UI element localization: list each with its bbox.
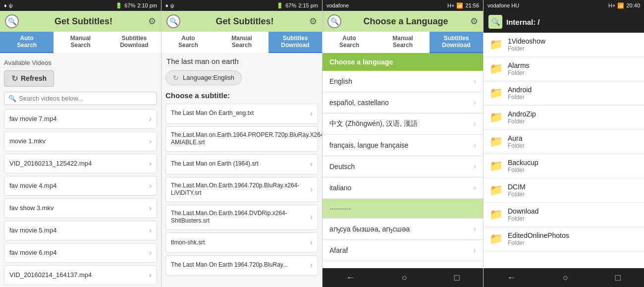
folder-item-dcim[interactable]: 📁 DCIM Folder: [483, 178, 644, 203]
tab-manual-search-2[interactable]: ManualSearch: [215, 32, 268, 53]
subtitle-name: The.Last.Man.on.Earth.1964.PROPER.720p.B…: [171, 131, 322, 147]
language-label-chinese: 中文 (Zhōngwén), 汉语, 漢語: [329, 119, 418, 128]
settings-button-1[interactable]: ⚙: [148, 16, 156, 27]
language-item-abkhaz[interactable]: аҧсуа бызшәа, аҧсшәа ›: [322, 219, 483, 240]
language-item-afrikaans[interactable]: Afrikaans ›: [322, 261, 483, 268]
carrier-3: vodafone: [326, 2, 349, 8]
home-button-4[interactable]: ○: [563, 273, 568, 283]
folder-info: Backucup Folder: [508, 159, 538, 173]
status-left-1: ♦ ψ: [4, 2, 12, 8]
folder-name: AndroZip: [508, 110, 536, 118]
language-item-deutsch[interactable]: Deutsch ›: [322, 156, 483, 177]
folder-type: Folder: [508, 69, 530, 76]
signal-icon: ♦: [4, 2, 7, 8]
file-item[interactable]: fav movie 4.mp4 ›: [4, 176, 157, 196]
language-item-english[interactable]: English ›: [322, 71, 483, 92]
search-box[interactable]: 🔍: [4, 92, 157, 105]
movie-title: The last man on earth: [165, 57, 318, 65]
folder-item-aura[interactable]: 📁 Aura Folder: [483, 130, 644, 154]
back-button-4[interactable]: ←: [507, 273, 516, 283]
arrow-icon: ›: [474, 119, 476, 128]
folder-name: Aura: [508, 134, 525, 142]
search-input[interactable]: [19, 95, 153, 102]
folder-icon: 📁: [489, 38, 503, 51]
subtitle-item[interactable]: The Last Man On Earth 1964.720p.BluRay..…: [165, 255, 318, 276]
language-item-italiano[interactable]: italiano ›: [322, 177, 483, 199]
language-label-italiano: italiano: [329, 184, 351, 192]
tabs-3: AutoSearch ManualSearch SubtitlesDownloa…: [322, 32, 483, 53]
arrow-icon: ›: [149, 271, 152, 280]
panel-download-folder: vodafone HU H+ 📶 20:40 🔍 Internal: / 📁 1…: [483, 0, 644, 287]
refresh-button[interactable]: ↻ Refresh: [4, 70, 54, 87]
panel-content-1: Available Videos ↻ Refresh 🔍 fav movie 7…: [0, 53, 161, 287]
subtitle-item[interactable]: The.Last.Man.on.Earth.1964.PROPER.720p.B…: [165, 126, 318, 152]
settings-button-3[interactable]: ⚙: [470, 16, 478, 27]
arrow-icon: ›: [310, 109, 313, 119]
time-4: 20:40: [626, 2, 640, 8]
signal-bars-3: 📶: [456, 2, 463, 9]
file-item[interactable]: fav movie 6.mp4 ›: [4, 243, 157, 263]
subtitle-name: The Last Man On Earth 1964.720p.BluRay..…: [171, 261, 310, 269]
language-button[interactable]: ↻ Language:English: [165, 70, 242, 85]
tab-auto-search-1[interactable]: AutoSearch: [0, 32, 54, 53]
file-name: fav movie 6.mp4: [9, 249, 56, 256]
subtitle-item[interactable]: tlmon-shk.srt ›: [165, 232, 318, 253]
arrow-icon: ›: [310, 260, 313, 271]
refresh-icon: ↻: [11, 74, 18, 83]
file-item[interactable]: fav movie 7.mp4 ›: [4, 109, 157, 129]
tab-subtitles-download-2[interactable]: SubtitlesDownload: [268, 32, 322, 53]
subtitle-list: The Last Man On Earth_eng.txt › The.Last…: [165, 104, 318, 276]
subtitle-item[interactable]: The.Last.Man.On.Earth.1964.DVDRip.x264-S…: [165, 205, 318, 230]
recents-button-4[interactable]: □: [615, 273, 621, 283]
file-item[interactable]: VID_20160213_125422.mp4 ›: [4, 154, 157, 173]
language-label-abkhaz: аҧсуа бызшәа, аҧсшәа: [329, 225, 410, 233]
folder-icon: 📁: [489, 184, 503, 197]
folder-item-androzip[interactable]: 📁 AndroZip Folder: [483, 106, 644, 130]
subtitle-name: The Last Man on Earth (1964).srt: [171, 160, 310, 168]
folder-item-download[interactable]: 📁 Download Folder: [483, 203, 644, 227]
language-item-chinese[interactable]: 中文 (Zhōngwén), 汉语, 漢語 ›: [322, 114, 483, 135]
folder-item-editedonlinephotos[interactable]: 📁 EditedOnlinePhotos Folder: [483, 227, 644, 251]
language-item-afaraf[interactable]: Afaraf ›: [322, 240, 483, 261]
folder-item-alarms[interactable]: 📁 Alarms Folder: [483, 57, 644, 81]
file-item[interactable]: VID_20160214_164137.mp4 ›: [4, 265, 157, 285]
tab-subtitles-download-1[interactable]: SubtitlesDownload: [107, 32, 161, 53]
language-item-espanol[interactable]: español, castellano ›: [322, 92, 483, 114]
arrow-icon: ›: [310, 212, 313, 223]
folder-item-1videoshow[interactable]: 📁 1Videoshow Folder: [483, 33, 644, 57]
folder-item-backucup[interactable]: 📁 Backucup Folder: [483, 154, 644, 178]
recents-button-3[interactable]: □: [454, 273, 460, 283]
folder-item-android[interactable]: 📁 Android Folder: [483, 81, 644, 106]
tab-auto-search-3[interactable]: AutoSearch: [322, 32, 376, 53]
tab-subtitles-download-3[interactable]: SubtitlesDownload: [429, 32, 483, 53]
language-list: Choose a language English › español, cas…: [322, 53, 483, 268]
status-right-3: H+ 📶 21:56: [447, 2, 479, 9]
file-item[interactable]: movie 1.mkv ›: [4, 131, 157, 151]
subtitle-item[interactable]: The Last Man On Earth_eng.txt ›: [165, 104, 318, 124]
app-header-3: 🔍 Choose a Language ⚙: [322, 11, 483, 32]
app-logo-4: 🔍: [488, 15, 502, 29]
home-button-3[interactable]: ○: [402, 273, 407, 283]
file-item[interactable]: fav movie 5.mp4 ›: [4, 221, 157, 240]
app-header-1: 🔍 Get Subtitles! ⚙: [0, 11, 161, 32]
folder-type: Folder: [508, 191, 526, 198]
app-logo-1: 🔍: [5, 14, 19, 28]
tab-manual-search-1[interactable]: ManualSearch: [54, 32, 107, 53]
arrow-icon: ›: [310, 159, 313, 170]
subtitle-item[interactable]: The.Last.Man.On.Earth.1964.720p.BluRay.x…: [165, 177, 318, 202]
settings-button-2[interactable]: ⚙: [309, 16, 317, 27]
panel-available-videos: ♦ ψ 🔋 67% 2:10 pm 🔍 Get Subtitles! ⚙ Aut…: [0, 0, 161, 287]
subtitle-item[interactable]: The Last Man on Earth (1964).srt ›: [165, 154, 318, 174]
tab-auto-search-2[interactable]: AutoSearch: [161, 32, 215, 53]
back-button-3[interactable]: ←: [346, 273, 355, 283]
search-icon: 🔍: [8, 95, 16, 102]
folder-icon: 📁: [489, 232, 503, 245]
folder-info: EditedOnlinePhotos Folder: [508, 231, 569, 246]
folder-name: DCIM: [508, 183, 526, 191]
arrow-icon: ›: [149, 137, 152, 146]
file-item[interactable]: fav show 3.mkv ›: [4, 198, 157, 218]
arrow-icon: ›: [149, 181, 152, 190]
language-item-french[interactable]: français, langue française ›: [322, 135, 483, 156]
tab-manual-search-3[interactable]: ManualSearch: [376, 32, 429, 53]
folder-name: 1Videoshow: [508, 37, 545, 45]
